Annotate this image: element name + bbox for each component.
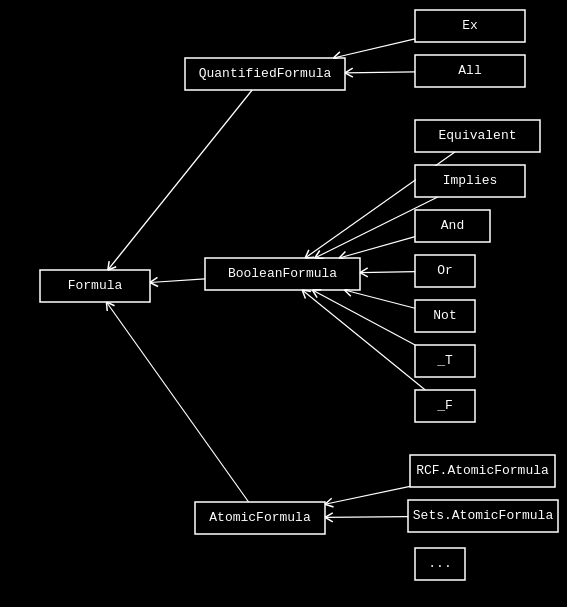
diagram-canvas <box>0 0 567 607</box>
